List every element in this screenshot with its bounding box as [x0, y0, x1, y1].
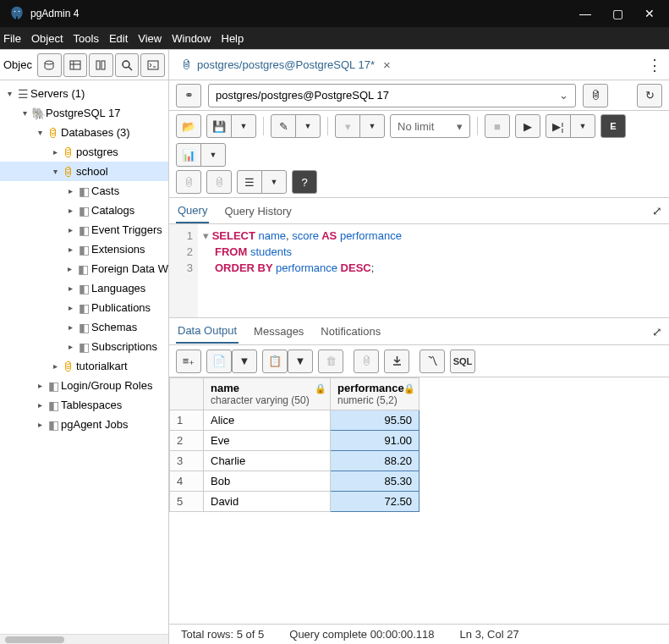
- execute-dropdown[interactable]: ▼: [570, 114, 595, 138]
- tree-servers[interactable]: Servers (1): [30, 87, 85, 100]
- download-button[interactable]: [384, 350, 409, 373]
- sidebar-tool-3[interactable]: [89, 53, 113, 77]
- edit-button[interactable]: ✎: [271, 114, 296, 138]
- tree-item[interactable]: Event Triggers: [91, 223, 162, 236]
- tree-pg[interactable]: PostgreSQL 17: [46, 107, 120, 119]
- sql-button[interactable]: SQL: [450, 350, 475, 373]
- col-performance[interactable]: performancenumeric (5,2)🔒: [331, 378, 419, 410]
- col-name[interactable]: namecharacter varying (50)🔒: [204, 378, 331, 410]
- results-grid[interactable]: namecharacter varying (50)🔒 performancen…: [169, 377, 669, 624]
- paste-dropdown[interactable]: ▼: [288, 350, 313, 373]
- twisty[interactable]: ▾: [3, 89, 15, 98]
- tab-notifications[interactable]: Notifications: [319, 320, 382, 343]
- sidebar-terminal[interactable]: [140, 53, 165, 77]
- graph-visualizer-button[interactable]: 〽: [419, 350, 445, 373]
- twisty[interactable]: ▸: [64, 225, 76, 234]
- connection-status-icon[interactable]: ⚭: [176, 84, 201, 107]
- sidebar-scrollbar[interactable]: [0, 634, 168, 644]
- save-data-button[interactable]: 🛢: [354, 350, 379, 373]
- twisty[interactable]: ▸: [64, 303, 76, 312]
- twisty[interactable]: ▸: [64, 245, 76, 254]
- object-tree[interactable]: ▾☰Servers (1) ▾🐘PostgreSQL 17 ▾🛢Database…: [0, 80, 168, 634]
- help-button[interactable]: ?: [292, 170, 317, 194]
- menu-edit[interactable]: Edit: [109, 32, 128, 45]
- execute-options[interactable]: ▶¦: [546, 114, 571, 138]
- twisty[interactable]: ▸: [64, 342, 76, 351]
- twisty[interactable]: ▸: [64, 283, 76, 293]
- sql-editor[interactable]: 123 ▾ SELECT name, score AS performance …: [169, 224, 669, 317]
- limit-select[interactable]: No limit▾: [390, 114, 470, 138]
- open-file-button[interactable]: 📂: [176, 114, 201, 138]
- copy-dropdown[interactable]: ▼: [232, 350, 257, 373]
- twisty[interactable]: ▸: [49, 147, 61, 157]
- tab-query[interactable]: Query: [176, 199, 209, 223]
- kebab-menu[interactable]: ⋮: [647, 56, 662, 74]
- twisty[interactable]: ▸: [64, 206, 76, 215]
- twisty[interactable]: ▸: [64, 322, 76, 332]
- stop-button[interactable]: ■: [485, 114, 510, 138]
- table-row[interactable]: 5David72.50: [170, 492, 419, 512]
- close-button[interactable]: ✕: [633, 7, 666, 20]
- menu-help[interactable]: Help: [222, 32, 244, 45]
- menu-view[interactable]: View: [138, 32, 162, 45]
- macros-dropdown[interactable]: ▼: [261, 170, 287, 194]
- expand-editor-icon[interactable]: ⤢: [652, 204, 662, 217]
- save-dropdown[interactable]: ▼: [231, 114, 256, 138]
- new-connection-button[interactable]: 🛢: [583, 84, 608, 107]
- tab-query-history[interactable]: Query History: [222, 200, 293, 223]
- rollback-button[interactable]: 🛢: [206, 170, 232, 194]
- tree-item[interactable]: Schemas: [91, 321, 137, 333]
- twisty[interactable]: ▸: [34, 420, 46, 429]
- menu-window[interactable]: Window: [172, 32, 211, 45]
- tree-tutorial[interactable]: tutorialkart: [76, 360, 128, 372]
- tree-item[interactable]: Subscriptions: [91, 340, 157, 353]
- minimize-button[interactable]: —: [569, 7, 601, 20]
- analyze-dropdown[interactable]: ▼: [200, 143, 226, 167]
- row-header[interactable]: [170, 378, 204, 410]
- menu-tools[interactable]: Tools: [74, 32, 99, 45]
- analyze-button[interactable]: 📊: [176, 143, 201, 167]
- table-row[interactable]: 4Bob85.30: [170, 471, 419, 492]
- twisty[interactable]: ▸: [64, 264, 76, 273]
- tree-item[interactable]: Tablespaces: [61, 399, 122, 411]
- sidebar-tool-2[interactable]: [63, 53, 88, 77]
- filter-dropdown[interactable]: ▼: [359, 114, 385, 138]
- tree-item[interactable]: Casts: [91, 184, 119, 197]
- edit-dropdown[interactable]: ▼: [295, 114, 321, 138]
- twisty[interactable]: ▸: [34, 400, 46, 410]
- copy-button[interactable]: 📄: [206, 350, 232, 373]
- sidebar-search[interactable]: [115, 53, 140, 77]
- main-tab[interactable]: 🛢 postgres/postgres@PostgreSQL 17* ×: [176, 58, 396, 72]
- expand-output-icon[interactable]: ⤢: [652, 325, 662, 339]
- add-row-button[interactable]: ≡₊: [176, 350, 201, 373]
- tab-data-output[interactable]: Data Output: [176, 319, 239, 344]
- table-row[interactable]: 2Eve91.00: [170, 431, 419, 451]
- reset-button[interactable]: ↻: [637, 84, 662, 107]
- save-button[interactable]: 💾: [206, 114, 232, 138]
- tree-school[interactable]: school: [76, 165, 108, 178]
- paste-button[interactable]: 📋: [262, 350, 288, 373]
- tree-item[interactable]: Languages: [91, 282, 145, 294]
- tree-item[interactable]: pgAgent Jobs: [61, 418, 129, 431]
- twisty[interactable]: ▸: [34, 381, 46, 390]
- menu-file[interactable]: File: [3, 32, 21, 45]
- twisty[interactable]: ▸: [49, 361, 61, 371]
- twisty[interactable]: ▸: [64, 186, 76, 195]
- close-tab-icon[interactable]: ×: [383, 58, 391, 72]
- maximize-button[interactable]: ▢: [601, 7, 633, 20]
- tree-item[interactable]: Login/Group Roles: [61, 379, 152, 392]
- sidebar-tool-1[interactable]: [37, 53, 62, 77]
- tree-item[interactable]: Foreign Data W: [91, 262, 168, 275]
- macros-button[interactable]: ☰: [237, 170, 262, 194]
- delete-row-button[interactable]: 🗑: [318, 350, 343, 373]
- twisty[interactable]: ▾: [19, 108, 30, 118]
- commit-button[interactable]: 🛢: [176, 170, 201, 194]
- twisty[interactable]: ▾: [49, 167, 61, 176]
- tree-item[interactable]: Catalogs: [91, 204, 134, 217]
- filter-button[interactable]: ▾: [335, 114, 360, 138]
- twisty[interactable]: ▾: [34, 128, 46, 137]
- explain-button[interactable]: E: [600, 114, 626, 138]
- tree-postgres[interactable]: postgres: [76, 146, 118, 158]
- menu-object[interactable]: Object: [31, 32, 63, 45]
- table-row[interactable]: 1Alice95.50: [170, 410, 419, 431]
